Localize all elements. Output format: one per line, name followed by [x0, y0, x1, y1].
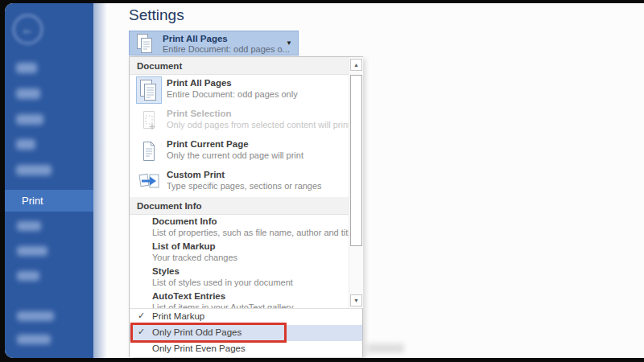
menu-item-title: Print All Pages [167, 78, 232, 88]
menu-item-print-current-page[interactable]: Print Current Page Only the current odd … [130, 136, 349, 167]
menu-item-subtitle: List of properties, such as file name, a… [152, 228, 349, 237]
toggle-print-markup[interactable]: ✓ Print Markup [130, 309, 362, 325]
dropdown-scroll-area: Document Print All Pages Entire Document… [130, 57, 349, 308]
sidebar-edge-fade [93, 3, 107, 358]
menu-item-autotext-entries[interactable]: AutoText Entries List of items in your A… [130, 290, 349, 308]
backstage-sidebar: ← Print [5, 3, 93, 358]
page-title: Settings [129, 6, 184, 24]
back-arrow-icon: ← [22, 23, 35, 37]
page-indicator-blurred [367, 343, 404, 353]
check-icon: ✓ [138, 327, 145, 337]
menu-item-subtitle: List of styles used in your document [152, 278, 293, 287]
sidebar-item-blurred[interactable] [17, 271, 39, 281]
sidebar-item-print-label: Print [22, 195, 43, 207]
custom-print-icon [136, 168, 162, 195]
sidebar-item-blurred[interactable] [16, 88, 40, 99]
print-all-pages-icon [135, 33, 156, 55]
menu-item-subtitle: Entire Document: odd pages only [167, 89, 298, 99]
menu-item-print-all-pages[interactable]: Print All Pages Entire Document: odd pag… [130, 75, 349, 105]
sidebar-item-blurred[interactable] [16, 63, 37, 73]
menu-item-title: Print Current Page [167, 139, 249, 149]
menu-item-title: Custom Print [167, 170, 225, 179]
toggle-label: Only Print Odd Pages [152, 327, 242, 337]
toggle-only-print-odd-pages[interactable]: ✓ Only Print Odd Pages [130, 325, 362, 341]
menu-item-subtitle: Your tracked changes [152, 253, 237, 262]
section-header-document-info: Document Info [130, 197, 349, 215]
sidebar-item-blurred[interactable] [16, 139, 35, 150]
scroll-up-icon: ▲ [353, 62, 359, 68]
sidebar-item-print[interactable]: Print [5, 190, 93, 212]
menu-item-title: AutoText Entries [152, 291, 225, 301]
dropdown-selected-subtitle: Entire Document: odd pages o... [163, 44, 290, 54]
toggle-label: Only Print Even Pages [152, 343, 246, 353]
check-icon: ✓ [138, 311, 145, 321]
sidebar-item-blurred[interactable] [17, 335, 51, 344]
scroll-up-button[interactable]: ▲ [350, 59, 362, 71]
print-what-dropdown-button[interactable]: Print All Pages Entire Document: odd pag… [129, 31, 299, 56]
toggle-only-print-even-pages[interactable]: Only Print Even Pages [130, 341, 362, 357]
menu-item-document-info[interactable]: Document Info List of properties, such a… [130, 215, 349, 240]
dropdown-selected-title: Print All Pages [163, 34, 228, 43]
sidebar-item-blurred[interactable] [17, 221, 41, 231]
sidebar-item-blurred[interactable] [17, 246, 47, 256]
toggle-label: Print Markup [152, 311, 204, 321]
section-header-document: Document [130, 57, 349, 75]
screenshot-frame: ← Print Settings [0, 0, 644, 362]
print-current-page-icon [136, 138, 162, 165]
scroll-down-button[interactable]: ▼ [350, 294, 362, 306]
menu-item-print-selection[interactable]: Print Selection Only odd pages from sele… [130, 105, 349, 136]
menu-item-title: Document Info [152, 216, 217, 226]
sidebar-item-blurred[interactable] [16, 114, 43, 125]
menu-item-subtitle: List of items in your AutoText gallery [152, 302, 293, 308]
menu-item-subtitle: Only the current odd page will print [167, 150, 303, 160]
menu-item-styles[interactable]: Styles List of styles used in your docum… [130, 265, 349, 290]
print-preview-area [364, 3, 644, 358]
back-button[interactable]: ← [13, 14, 43, 44]
dropdown-scrollbar[interactable]: ▲ ▼ [349, 57, 363, 308]
scrollbar-thumb[interactable] [350, 75, 362, 246]
menu-item-custom-print[interactable]: Custom Print Type specific pages, sectio… [130, 167, 349, 197]
menu-item-subtitle: Only odd pages from selected content wil… [167, 120, 349, 130]
scroll-down-icon: ▼ [353, 298, 359, 303]
print-what-dropdown-menu: Document Print All Pages Entire Document… [129, 56, 363, 357]
menu-item-title: List of Markup [152, 241, 216, 251]
menu-item-subtitle: Type specific pages, sections or ranges [167, 181, 322, 191]
menu-item-title: Print Selection [167, 109, 232, 118]
menu-item-list-of-markup[interactable]: List of Markup Your tracked changes [130, 240, 349, 265]
sidebar-item-blurred[interactable] [16, 165, 52, 175]
print-all-pages-icon [136, 76, 162, 104]
menu-item-title: Styles [152, 266, 180, 276]
print-selection-icon [136, 107, 162, 134]
chevron-down-icon: ▼ [286, 39, 292, 47]
word-backstage-print-view: ← Print Settings [5, 3, 644, 358]
sidebar-item-blurred[interactable] [17, 311, 54, 321]
dropdown-toggle-section: ✓ Print Markup ✓ Only Print Odd Pages On… [130, 308, 362, 357]
